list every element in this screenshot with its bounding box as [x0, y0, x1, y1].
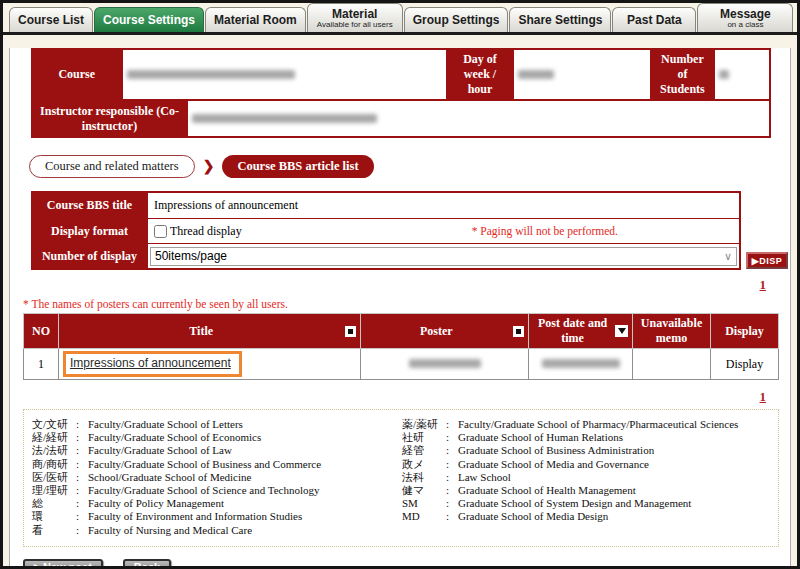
legend-abbr: 薬/薬研	[402, 418, 446, 431]
legend-colon: :	[446, 444, 458, 457]
legend-item: SM:Graduate School of System Design and …	[402, 497, 738, 510]
tab-group-settings[interactable]: Group Settings	[404, 7, 509, 32]
legend-colon: :	[76, 418, 88, 431]
legend-colon: :	[76, 497, 88, 510]
col-label: Title	[63, 324, 339, 339]
legend-abbr: 理/理研	[32, 484, 76, 497]
legend-abbr: 経/経研	[32, 431, 76, 444]
legend-colon: :	[76, 444, 88, 457]
legend-colon: :	[76, 510, 88, 523]
course-value	[123, 50, 446, 99]
col-label: Poster	[365, 324, 507, 339]
legend-colon: :	[76, 484, 88, 497]
bbs-title-value: Impressions of announcement	[148, 193, 739, 218]
legend-colon: :	[446, 510, 458, 523]
tab-sublabel: on a class	[727, 21, 763, 29]
legend-item: 薬/薬研:Faculty/Graduate School of Pharmacy…	[402, 418, 738, 431]
day-of-week-value	[514, 50, 649, 99]
app-window: Course List Course Settings Material Roo…	[0, 0, 800, 569]
bbs-title-label: Course BBS title	[33, 193, 148, 218]
legend-abbr: 経管	[402, 444, 446, 457]
article-table: NO Title Poster Post date and time Unava…	[23, 313, 779, 380]
breadcrumb: Course and related matters ❯ Course BBS …	[29, 153, 790, 180]
legend-item: 政メ:Graduate School of Media and Governan…	[402, 458, 738, 471]
thread-display-checkbox[interactable]	[154, 225, 167, 238]
legend-item: 経/経研:Faculty/Graduate School of Economic…	[32, 431, 402, 444]
breadcrumb-parent-link[interactable]: Course and related matters	[29, 155, 195, 178]
display-count-label: Number of display	[33, 244, 148, 268]
legend-name: Faculty/Graduate School of Business and …	[88, 458, 321, 471]
chevron-down-icon: ∨	[724, 251, 732, 261]
legend-item: 看:Faculty of Nursing and Medical Care	[32, 524, 402, 537]
course-label: Course	[33, 50, 123, 99]
legend-left-column: 文/文研:Faculty/Graduate School of Letters …	[32, 418, 402, 537]
legend-colon: :	[446, 497, 458, 510]
display-count-select[interactable]: 50items/page ∨	[150, 247, 737, 266]
legend-name: Faculty/Graduate School of Science and T…	[88, 484, 320, 497]
sort-date-desc-icon[interactable]	[615, 325, 628, 337]
article-poster-cell	[361, 349, 529, 380]
sort-title-icon[interactable]	[345, 326, 356, 337]
article-display-link[interactable]: Display	[711, 349, 779, 380]
col-title: Title	[58, 314, 360, 349]
legend-item: 経管:Graduate School of Business Administr…	[402, 444, 738, 457]
legend-name: Faculty/Graduate School of Law	[88, 444, 232, 457]
article-no: 1	[24, 349, 59, 380]
page-link-1-top[interactable]: 1	[10, 277, 766, 293]
tab-label: Course List	[18, 13, 84, 27]
article-title-link[interactable]: Impressions of announcement	[70, 356, 231, 370]
sort-poster-icon[interactable]	[513, 326, 524, 337]
tab-material-room[interactable]: Material Room	[205, 7, 306, 32]
legend-abbr: 医/医研	[32, 471, 76, 484]
legend-colon: :	[446, 458, 458, 471]
col-display: Display	[711, 314, 779, 349]
tab-material[interactable]: Material Available for all users	[307, 3, 403, 32]
legend-abbr: 環	[32, 510, 76, 523]
new-post-button[interactable]: ▶New post	[23, 559, 103, 569]
students-label: Number of Students	[650, 50, 716, 99]
redacted-students-count	[719, 70, 729, 79]
article-table-header-row: NO Title Poster Post date and time Unava…	[24, 314, 779, 349]
display-count-selected-value: 50items/page	[155, 249, 227, 263]
bbs-form: Course BBS title Impressions of announce…	[31, 191, 790, 270]
page-link-1-bottom[interactable]: 1	[10, 389, 766, 405]
disp-button[interactable]: ▶DISP	[746, 252, 788, 269]
legend-item: 医/医研:School/Graduate School of Medicine	[32, 471, 402, 484]
legend-item: 総:Faculty of Policy Management	[32, 497, 402, 510]
play-icon: ▶	[34, 562, 41, 569]
legend-abbr: 総	[32, 497, 76, 510]
redacted-course-name	[127, 70, 295, 79]
display-format-value: Thread display * Paging will not be perf…	[148, 219, 739, 243]
tab-message[interactable]: Message on a class	[697, 3, 793, 32]
legend-abbr: 商/商研	[32, 458, 76, 471]
breadcrumb-current: Course BBS article list	[222, 155, 373, 178]
legend-colon: :	[76, 431, 88, 444]
tab-label: Group Settings	[413, 13, 500, 27]
legend-right-column: 薬/薬研:Faculty/Graduate School of Pharmacy…	[402, 418, 738, 537]
legend-colon: :	[446, 471, 458, 484]
col-label: NO	[32, 324, 50, 339]
tab-course-list[interactable]: Course List	[9, 7, 93, 32]
article-row: 1 Impressions of announcement Display	[24, 349, 779, 380]
back-button[interactable]: Back	[123, 559, 171, 569]
redacted-day-value	[518, 70, 554, 79]
redacted-poster-name	[409, 359, 481, 368]
legend-name: Graduate School of Health Management	[458, 484, 636, 497]
main-content: Course Day of week / hour Number of Stud…	[9, 48, 791, 569]
legend-item: 社研:Graduate School of Human Relations	[402, 431, 738, 444]
tab-course-settings[interactable]: Course Settings	[94, 7, 204, 32]
day-of-week-label: Day of week / hour	[446, 50, 515, 99]
col-label: Post date and time	[533, 316, 612, 346]
legend-name: Faculty of Policy Management	[88, 497, 224, 510]
col-poster: Poster	[361, 314, 529, 349]
footer-actions: ▶New post Back	[23, 559, 790, 569]
legend-item: 文/文研:Faculty/Graduate School of Letters	[32, 418, 402, 431]
tab-past-data[interactable]: Past Data	[612, 7, 696, 32]
legend-colon: :	[76, 471, 88, 484]
legend-colon: :	[446, 431, 458, 444]
redacted-post-date	[542, 359, 620, 368]
legend-abbr: 看	[32, 524, 76, 537]
new-post-label: New post	[43, 561, 92, 569]
back-label: Back	[134, 561, 160, 569]
tab-share-settings[interactable]: Share Settings	[509, 7, 611, 32]
